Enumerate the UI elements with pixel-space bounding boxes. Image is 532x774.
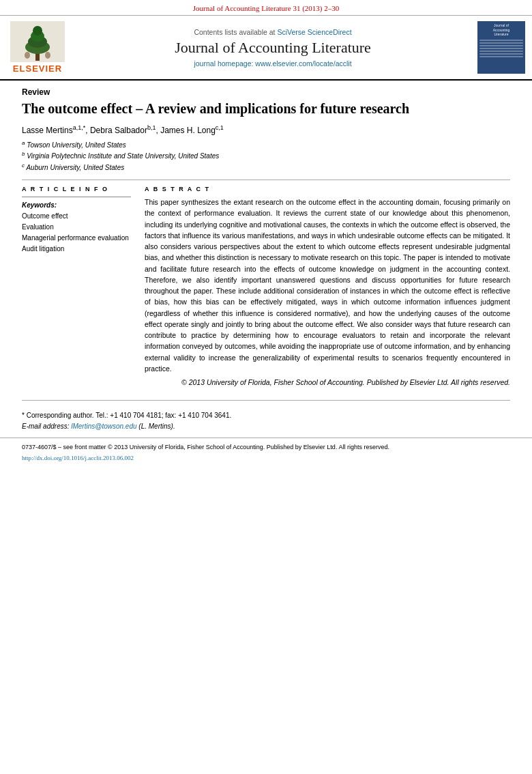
keyword-2: Evaluation [22, 222, 131, 233]
affiliations: a Towson University, United States b Vir… [22, 139, 510, 173]
abstract-col: A B S T R A C T This paper synthesizes t… [145, 186, 510, 386]
elsevier-tree-image [10, 21, 65, 62]
elsevier-logo: ELSEVIER [7, 21, 68, 74]
article-body: Review The outcome effect – A review and… [0, 81, 532, 393]
svg-point-7 [45, 52, 50, 59]
abstract-text: This paper synthesizes the extant resear… [145, 197, 510, 374]
author3-name: James H. Long [160, 126, 216, 135]
section-type-label: Review [22, 87, 510, 97]
doi-link[interactable]: http://dx.doi.org/10.1016/j.acclit.2013.… [22, 455, 134, 461]
footnote-section: * Corresponding author. Tel.: +1 410 704… [0, 407, 532, 435]
elsevier-brand-text: ELSEVIER [13, 63, 62, 74]
svg-point-5 [33, 26, 42, 35]
footnote-email-address[interactable]: lMertins@towson.edu [71, 422, 136, 430]
article-info-heading: A R T I C L E I N F O [22, 186, 131, 192]
author1-name: Lasse Mertins [22, 126, 73, 135]
affil-c: c Auburn University, United States [22, 162, 510, 173]
footnote-email: E-mail address: lMertins@towson.edu (L. … [22, 421, 510, 432]
abstract-heading: A B S T R A C T [145, 186, 510, 192]
journal-cover-thumbnail: Journal ofAccountingLiterature [477, 21, 525, 74]
authors-line: Lasse Mertinsa,1,*, Debra Salbadorb,1, J… [22, 124, 510, 135]
journal-title: Journal of Accounting Literature [175, 39, 371, 57]
affil-a: a Towson University, United States [22, 139, 510, 150]
article-title: The outcome effect – A review and implic… [22, 100, 510, 117]
footnote-email-suffix: (L. Mertins). [137, 422, 175, 430]
svg-point-6 [25, 52, 30, 59]
issn-line: 0737-4607/$ – see front matter © 2013 Un… [22, 442, 510, 452]
author2-name: Debra Salbador [90, 126, 147, 135]
affil-b: b Virginia Polytechnic Institute and Sta… [22, 150, 510, 161]
author3-sup: c,1 [216, 124, 224, 131]
author2-sup: b,1 [147, 124, 156, 131]
journal-reference: Journal of Accounting Literature 31 (201… [0, 0, 532, 16]
footnote-email-label: E-mail address: [22, 422, 71, 430]
journal-homepage: journal homepage: www.elsevier.com/locat… [194, 59, 351, 68]
keyword-3: Managerial performance evaluation [22, 233, 131, 244]
cover-title: Journal ofAccountingLiterature [493, 23, 510, 37]
cover-lines [479, 40, 523, 59]
sciverse-line: Contents lists available at SciVerse Sci… [194, 28, 351, 36]
sciverse-prefix: Contents lists available at [194, 28, 277, 36]
keywords-label: Keywords: [22, 201, 131, 209]
keyword-4: Audit litigation [22, 244, 131, 255]
journal-header-center: Contents lists available at SciVerse Sci… [75, 21, 471, 74]
footnote-corresponding: * Corresponding author. Tel.: +1 410 704… [22, 410, 510, 421]
bottom-bar: 0737-4607/$ – see front matter © 2013 Un… [0, 438, 532, 466]
copyright-line: © 2013 University of Florida, Fisher Sch… [145, 378, 510, 386]
article-info-abstract: A R T I C L E I N F O Keywords: Outcome … [22, 186, 510, 386]
bottom-divider [22, 400, 510, 401]
divider-1 [22, 180, 510, 180]
sciverse-link[interactable]: SciVerse ScienceDirect [277, 28, 351, 36]
article-info-col: A R T I C L E I N F O Keywords: Outcome … [22, 186, 131, 386]
journal-header: ELSEVIER Contents lists available at Sci… [0, 16, 532, 81]
article-info-divider [22, 197, 131, 197]
author1-sup: a,1,* [73, 124, 86, 131]
keyword-1: Outcome effect [22, 211, 131, 222]
journal-ref-text: Journal of Accounting Literature 31 (201… [193, 4, 339, 12]
